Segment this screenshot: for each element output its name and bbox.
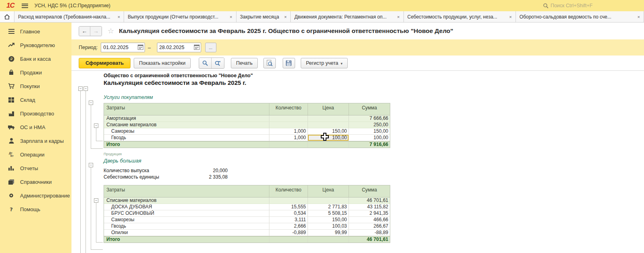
- close-icon[interactable]: ×: [638, 14, 640, 19]
- table-row[interactable]: Итого 46 701,61: [104, 236, 390, 243]
- sidebar-item-administrirovanie[interactable]: Администрирование: [0, 189, 71, 202]
- unit-cost-value[interactable]: 2 335,08: [184, 174, 228, 180]
- cell-sum[interactable]: 7 916,66: [349, 142, 390, 148]
- cell-name[interactable]: Саморезы: [104, 128, 269, 134]
- home-tab[interactable]: [0, 11, 14, 22]
- section-product-title[interactable]: Дверь большая: [104, 158, 390, 164]
- cell-sum[interactable]: 150,00: [349, 128, 390, 134]
- table-row[interactable]: Амортизация 7 666,66: [104, 115, 390, 122]
- calendar-icon[interactable]: [137, 44, 144, 51]
- sidebar-item-zarplata-kadry[interactable]: Зарплата и кадры: [0, 134, 71, 148]
- cell-quantity[interactable]: [269, 115, 308, 121]
- cell-sum[interactable]: -88,89: [349, 230, 390, 236]
- table-row[interactable]: БРУС ОСИНОВЫЙ 0,534 5 508,15 2 941,35: [104, 210, 390, 217]
- cell-sum[interactable]: 43 115,82: [349, 204, 390, 210]
- output-qty-value[interactable]: 20,000: [184, 168, 228, 173]
- cell-quantity[interactable]: 15,555: [269, 204, 308, 210]
- cell-name[interactable]: Амортизация: [104, 115, 269, 121]
- cell-sum[interactable]: 46 701,61: [349, 197, 390, 204]
- sidebar-item-rukovoditelyu[interactable]: Руководителю: [0, 38, 71, 52]
- close-icon[interactable]: ×: [397, 14, 399, 19]
- cell-price[interactable]: [308, 122, 349, 128]
- sidebar-item-prodazhi[interactable]: Продажи: [0, 66, 71, 79]
- register-dropdown-button[interactable]: Регистр учета▾: [301, 58, 348, 68]
- table-row[interactable]: Гвоздь 2,666 100,03 266,67: [104, 223, 390, 230]
- table-row[interactable]: Саморезы 3,111 150,00 466,66: [104, 217, 390, 223]
- cell-name[interactable]: ДОСКА ДУБОВАЯ: [104, 204, 269, 210]
- close-icon[interactable]: ×: [284, 14, 287, 19]
- sidebar-item-pomosch[interactable]: ? Помощь: [0, 202, 71, 216]
- cell-quantity[interactable]: 1,000: [269, 128, 308, 134]
- global-search[interactable]: Поиск Ctrl+Shift+F: [543, 3, 593, 8]
- table-row[interactable]: ДОСКА ДУБОВАЯ 15,555 2 771,83 43 115,82: [104, 204, 390, 210]
- cell-quantity[interactable]: [269, 142, 308, 148]
- sidebar-item-operacii[interactable]: Дт Кт Операции: [0, 148, 71, 161]
- cell-name[interactable]: БРУС ОСИНОВЫЙ: [104, 210, 269, 216]
- cell-quantity[interactable]: 1,000: [269, 135, 308, 141]
- collapse-group-button[interactable]: −: [78, 86, 83, 91]
- tab-dvizheniya-dokumenta[interactable]: Движения документа: Регламентная оп...×: [291, 11, 404, 22]
- sidebar-item-bank-kassa[interactable]: ₽ Банк и касса: [0, 52, 71, 66]
- cell-price[interactable]: [308, 237, 349, 243]
- cell-price[interactable]: [308, 115, 349, 121]
- cell-sum[interactable]: 100,00: [349, 135, 390, 141]
- sidebar-item-os-nma[interactable]: ОС и НМА: [0, 120, 71, 134]
- period-more-button[interactable]: ...: [205, 43, 216, 52]
- sidebar-item-spravochniki[interactable]: Справочники: [0, 175, 71, 189]
- tab-rashod-materialov[interactable]: Расход материалов (Требования-накла...×: [14, 11, 124, 22]
- calendar-icon[interactable]: [193, 44, 200, 51]
- cell-price[interactable]: 100,03: [308, 223, 349, 229]
- cell-sum[interactable]: 266,67: [349, 223, 390, 229]
- cell-name[interactable]: Итого: [104, 237, 269, 243]
- find-next-button[interactable]: [212, 58, 224, 68]
- cell-name[interactable]: Опилки: [104, 230, 269, 236]
- table-row[interactable]: Гвоздь 1,000 100,00 100,00: [104, 135, 390, 141]
- collapse-group-button[interactable]: −: [94, 123, 98, 128]
- tab-zakrytie-mesyaca[interactable]: Закрытие месяца×: [236, 11, 291, 22]
- forward-button[interactable]: →: [90, 27, 102, 36]
- tab-osv[interactable]: Оборотно-сальдовая ведомость по сче...×: [516, 11, 644, 22]
- cell-name[interactable]: Саморезы: [104, 217, 269, 223]
- cell-quantity[interactable]: -0,889: [269, 230, 308, 236]
- sidebar-item-proizvodstvo[interactable]: Производство: [0, 107, 71, 120]
- tab-sebestoimost[interactable]: Себестоимость продукции, услуг, неза...×: [404, 11, 516, 22]
- cell-price[interactable]: 150,00: [308, 128, 349, 134]
- sidebar-item-glavnoe[interactable]: Главное: [0, 25, 71, 38]
- sidebar-item-pokupki[interactable]: Покупки: [0, 79, 71, 93]
- cell-name[interactable]: Списание материалов: [104, 122, 269, 128]
- sidebar-item-sklad[interactable]: Склад: [0, 93, 71, 107]
- cell-name[interactable]: Списание материалов: [104, 197, 269, 204]
- cell-name[interactable]: Гвоздь: [104, 135, 269, 141]
- cell-quantity[interactable]: 0,534: [269, 210, 308, 216]
- find-button[interactable]: [199, 58, 212, 68]
- cell-quantity[interactable]: 3,111: [269, 217, 308, 223]
- cell-quantity[interactable]: [269, 237, 308, 243]
- cell-name[interactable]: Итого: [104, 142, 269, 148]
- section-services-title[interactable]: Услуги покупателям: [104, 95, 390, 100]
- cell-quantity[interactable]: 2,666: [269, 223, 308, 229]
- cell-price[interactable]: 5 508,15: [308, 210, 349, 216]
- save-button[interactable]: [283, 58, 295, 68]
- cell-price[interactable]: 100,00: [308, 135, 349, 141]
- table-row[interactable]: Саморезы 1,000 150,00 150,00: [104, 128, 390, 135]
- close-icon[interactable]: ×: [509, 14, 512, 19]
- cell-sum[interactable]: 46 701,61: [349, 237, 390, 243]
- main-menu-icon[interactable]: [22, 4, 28, 8]
- collapse-group-button[interactable]: −: [94, 198, 98, 203]
- cell-price[interactable]: 2 771,83: [308, 204, 349, 210]
- cell-name[interactable]: Гвоздь: [104, 223, 269, 229]
- back-button[interactable]: ←: [79, 27, 90, 36]
- cell-sum[interactable]: 250,00: [349, 122, 390, 128]
- show-settings-button[interactable]: Показать настройки: [134, 58, 191, 68]
- close-icon[interactable]: ×: [230, 14, 232, 19]
- cell-price[interactable]: [308, 142, 349, 148]
- collapse-group-button[interactable]: −: [84, 86, 88, 91]
- cell-sum[interactable]: 2 941,35: [349, 210, 390, 216]
- table-row[interactable]: Списание материалов 46 701,61: [104, 197, 390, 204]
- close-icon[interactable]: ×: [118, 14, 120, 19]
- cell-sum[interactable]: 466,66: [349, 217, 390, 223]
- print-preview-button[interactable]: [263, 58, 276, 68]
- print-button[interactable]: Печать: [231, 58, 258, 68]
- table-row[interactable]: Опилки -0,889 99,99 -88,89: [104, 230, 390, 236]
- cell-price[interactable]: [308, 197, 349, 204]
